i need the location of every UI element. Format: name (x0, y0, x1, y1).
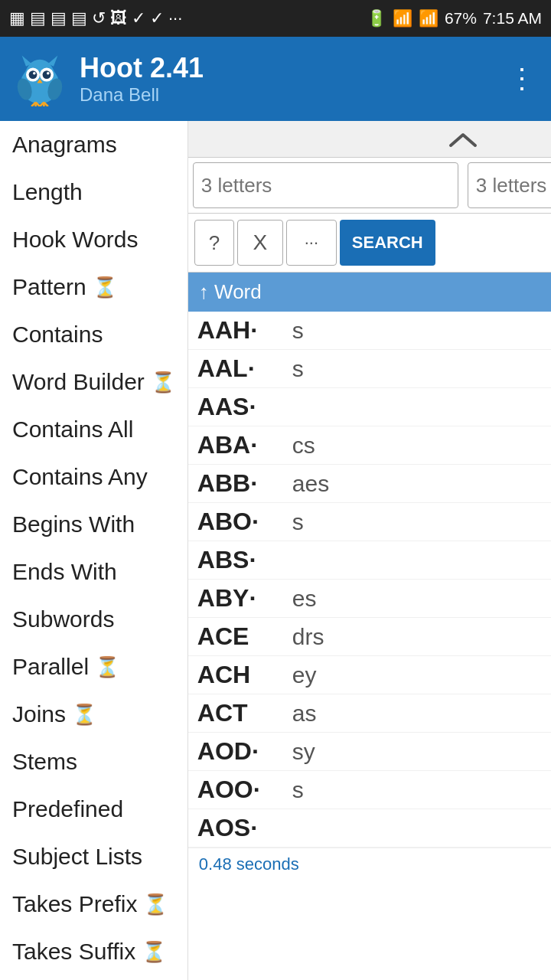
clock: 7:15 AM (483, 9, 542, 28)
sidebar-item-hook-words[interactable]: Hook Words (0, 216, 187, 263)
hourglass-icon-takes-suffix: ⏳ (142, 940, 166, 964)
sidebar-item-word-builder[interactable]: Word Builder ⏳ (0, 358, 187, 406)
result-suffix: cs (292, 433, 551, 459)
sidebar-item-contains[interactable]: Contains (0, 311, 187, 358)
sidebar-label-stems: Stems (12, 749, 77, 775)
table-row: ABY· es 8 (188, 580, 551, 618)
sidebar-label-contains: Contains (12, 322, 103, 348)
sidebar-item-predefined[interactable]: Predefined (0, 786, 187, 833)
timing-text: 0.48 seconds (199, 854, 299, 874)
sidebar-item-joins[interactable]: Joins ⏳ (0, 691, 187, 738)
sidebar-item-anagrams[interactable]: Anagrams (0, 121, 187, 168)
table-row: ABA· cs 5 (188, 426, 551, 465)
sidebar-item-subwords[interactable]: Subwords (0, 596, 187, 643)
status-icons-left: ▦ ▤ ▤ ▤ ↺ 🖼 ✓ ✓ ··· (9, 8, 182, 28)
sidebar-label-takes-prefix: Takes Prefix (12, 891, 137, 917)
svg-point-7 (47, 72, 50, 75)
options-button[interactable]: ··· (286, 220, 337, 266)
result-word: AAL· (197, 354, 289, 383)
svg-point-4 (29, 70, 37, 79)
svg-point-6 (33, 72, 36, 75)
table-row: ACH ey 8 (188, 656, 551, 694)
sidebar-item-pattern[interactable]: Pattern ⏳ (0, 263, 187, 311)
status-icon-9: ··· (168, 8, 182, 28)
sidebar-label-length: Length (12, 179, 83, 205)
sidebar-label-joins: Joins (12, 701, 66, 727)
svg-point-5 (43, 70, 51, 79)
sidebar-item-subject-lists[interactable]: Subject Lists (0, 833, 187, 880)
sidebar-label-subject-lists: Subject Lists (12, 844, 142, 870)
sidebar-label-subwords: Subwords (12, 606, 114, 632)
word-header-label: ↑ Word (199, 280, 262, 303)
hourglass-icon-takes-prefix: ⏳ (143, 893, 168, 916)
app-header: Hoot 2.41 Dana Bell ⋮ (0, 37, 551, 121)
sidebar-item-takes-prefix[interactable]: Takes Prefix ⏳ (0, 880, 187, 928)
result-suffix: s (292, 356, 551, 382)
app-user: Dana Bell (80, 84, 204, 106)
app-header-text: Hoot 2.41 Dana Bell (80, 52, 204, 106)
result-word: AOD· (197, 737, 289, 766)
table-row: AAH· s 6 (188, 312, 551, 350)
overflow-menu-button[interactable]: ⋮ (508, 63, 536, 95)
sidebar-nav: Anagrams Length Hook Words Pattern ⏳ Con… (0, 121, 188, 980)
result-suffix: s (292, 509, 551, 535)
sidebar-item-stems[interactable]: Stems (0, 738, 187, 786)
result-word: AAS· (197, 393, 289, 421)
sidebar-label-takes-suffix: Takes Suffix (12, 939, 135, 965)
word-header-row: ↑ Word (188, 273, 551, 312)
timing-row: 0.48 seconds (188, 848, 551, 880)
chevron-up-icon (448, 128, 478, 151)
result-word: ACT (197, 699, 289, 727)
sidebar-item-parallel[interactable]: Parallel ⏳ (0, 643, 187, 691)
sidebar-label-hook-words: Hook Words (12, 227, 139, 253)
sidebar-item-begins-with[interactable]: Begins With (0, 501, 187, 548)
table-row: ACT as 5 (188, 694, 551, 733)
status-icon-5: ↺ (92, 8, 106, 28)
results-list: AAH· s 6 AAL· s 3 AAS· 3 ABA· cs 5 ABB· … (188, 312, 551, 980)
result-word: ACE (197, 622, 289, 651)
search-button[interactable]: SEARCH (340, 220, 435, 266)
search-input-1[interactable] (193, 162, 458, 208)
sidebar-label-contains-any: Contains Any (12, 464, 148, 490)
table-row: ABS· 5 (188, 541, 551, 580)
question-button[interactable]: ? (194, 220, 234, 266)
sidebar-label-contains-all: Contains All (12, 416, 133, 443)
result-word: AOO· (197, 776, 289, 804)
result-word: ABY· (197, 584, 289, 612)
sidebar-label-begins-with: Begins With (12, 511, 135, 537)
result-suffix: as (292, 701, 551, 727)
result-suffix: drs (292, 624, 551, 650)
hourglass-icon-joins: ⏳ (72, 703, 96, 727)
sidebar-item-length[interactable]: Length (0, 168, 187, 216)
battery-percent: 67% (445, 9, 477, 28)
sidebar-label-anagrams: Anagrams (12, 132, 117, 158)
status-bar: ▦ ▤ ▤ ▤ ↺ 🖼 ✓ ✓ ··· 🔋 📶 📶 67% 7:15 AM (0, 0, 551, 37)
app-logo (12, 51, 67, 106)
status-icon-6: 🖼 (110, 8, 127, 28)
result-word: ABS· (197, 546, 289, 574)
chevron-up-button[interactable] (188, 121, 551, 158)
sidebar-item-takes-suffix[interactable]: Takes Suffix ⏳ (0, 928, 187, 975)
battery-icon-2: 📶 (393, 9, 412, 28)
search-input-2[interactable] (468, 162, 551, 208)
status-icon-2: ▤ (30, 8, 46, 28)
sidebar-label-ends-with: Ends With (12, 559, 117, 585)
clear-x-button[interactable]: X (237, 220, 283, 266)
table-row: ACE drs 5 (188, 618, 551, 656)
result-word: ABB· (197, 469, 289, 498)
wifi-icon: 📶 (419, 9, 439, 28)
status-icon-8: ✓ (150, 8, 164, 28)
hourglass-icon-word-builder: ⏳ (151, 371, 175, 394)
table-row: ABO· s 5 (188, 503, 551, 541)
sidebar-label-predefined: Predefined (12, 796, 123, 822)
result-suffix: sy (292, 739, 551, 765)
table-row: AOO· s 4 (188, 771, 551, 809)
main-content: Anagrams Length Hook Words Pattern ⏳ Con… (0, 121, 551, 980)
sidebar-item-alt-ending[interactable]: Alt Ending ⏳ (0, 975, 187, 980)
sidebar-item-ends-with[interactable]: Ends With (0, 548, 187, 596)
table-row: AAL· s 3 (188, 350, 551, 388)
status-icon-4: ▤ (71, 8, 87, 28)
sidebar-item-contains-any[interactable]: Contains Any (0, 453, 187, 501)
sidebar-item-contains-all[interactable]: Contains All (0, 406, 187, 453)
result-word: ABO· (197, 508, 289, 536)
